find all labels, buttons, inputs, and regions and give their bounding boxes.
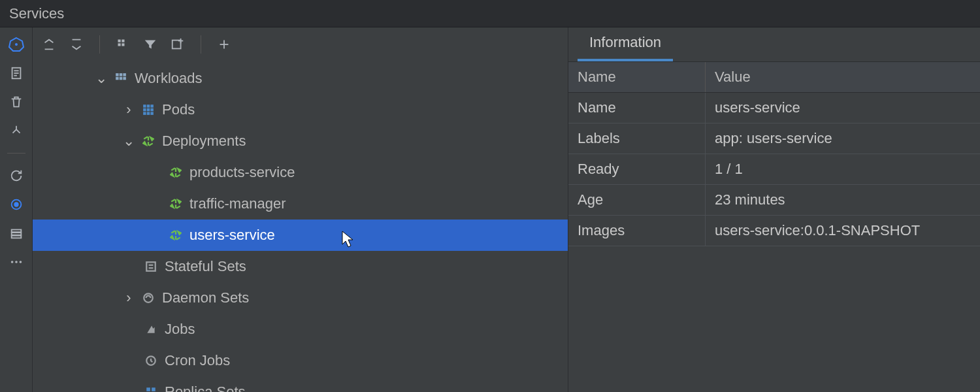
stateful-icon	[144, 261, 158, 272]
tree-item-traffic[interactable]: traffic-manager	[33, 188, 568, 220]
expand-all-icon[interactable]	[41, 36, 57, 53]
grid-icon[interactable]	[114, 36, 131, 53]
svg-rect-25	[123, 73, 126, 76]
svg-rect-33	[147, 108, 150, 112]
svg-marker-40	[178, 169, 181, 172]
add-icon[interactable]	[216, 36, 233, 53]
tab-label: Information	[589, 34, 661, 50]
chevron-down-icon: ⌄	[95, 70, 107, 87]
deployment-icon	[169, 167, 183, 178]
branch-icon[interactable]	[8, 123, 24, 139]
kubernetes-icon[interactable]	[8, 37, 24, 52]
tree-item-products[interactable]: products-service	[33, 157, 568, 188]
side-toolbar	[0, 27, 33, 392]
tree-node-pods[interactable]: › Pods	[33, 94, 568, 125]
table-header: Name Value	[568, 61, 980, 93]
cell-value: app: users-service	[706, 123, 980, 154]
svg-rect-31	[150, 105, 154, 108]
svg-marker-39	[143, 142, 146, 145]
tree-label: Replica Sets	[165, 384, 246, 392]
more-icon[interactable]	[8, 254, 24, 270]
new-tab-icon[interactable]	[169, 36, 186, 53]
table-row[interactable]: Age 23 minutes	[568, 185, 980, 216]
table-row[interactable]: Name users-service	[568, 93, 980, 123]
svg-point-7	[14, 203, 18, 206]
refresh-icon[interactable]	[8, 168, 24, 184]
tree-toolbar	[33, 27, 568, 61]
separator	[7, 153, 25, 154]
svg-marker-44	[178, 231, 181, 235]
filter-icon[interactable]	[142, 36, 159, 53]
svg-rect-27	[120, 77, 123, 80]
cell-name: Name	[568, 93, 706, 123]
svg-point-1	[15, 43, 18, 46]
tree-label: Workloads	[135, 70, 203, 87]
svg-rect-30	[147, 105, 150, 108]
svg-rect-9	[11, 233, 21, 235]
clock-icon	[144, 355, 158, 367]
deployment-icon	[169, 198, 183, 210]
svg-rect-23	[116, 73, 119, 76]
document-icon[interactable]	[8, 65, 24, 81]
tree-label: Cron Jobs	[165, 352, 230, 369]
tree-label: Daemon Sets	[162, 289, 249, 306]
chevron-right-icon: ›	[123, 289, 135, 306]
table-row[interactable]: Images users-service:0.0.1-SNAPSHOT	[568, 216, 980, 246]
svg-marker-43	[171, 204, 174, 208]
tree-panel: ⌄ Workloads › Pods ⌄ Deployments product…	[33, 27, 568, 392]
tree-label: traffic-manager	[189, 195, 286, 212]
cell-name: Age	[568, 185, 706, 215]
cell-value: users-service:0.0.1-SNAPSHOT	[706, 216, 980, 246]
tree-node-cron-jobs[interactable]: Cron Jobs	[33, 345, 568, 376]
svg-rect-52	[152, 387, 155, 391]
svg-rect-34	[150, 108, 154, 112]
toolbar-separator	[99, 35, 100, 54]
tree-label: Jobs	[165, 321, 195, 338]
pod-grid-icon	[141, 104, 155, 116]
toolbar-separator	[201, 35, 201, 54]
col-name: Name	[568, 62, 706, 92]
titlebar: Services	[0, 0, 980, 27]
tree-label: users-service	[189, 227, 275, 244]
database-icon[interactable]	[8, 225, 24, 241]
cell-name: Images	[568, 216, 706, 246]
svg-marker-42	[178, 200, 181, 203]
tree-label: products-service	[189, 164, 295, 181]
svg-rect-29	[143, 105, 146, 108]
svg-rect-37	[150, 112, 154, 115]
tree-label: Pods	[162, 101, 195, 118]
svg-rect-36	[147, 112, 150, 115]
table-row[interactable]: Labels app: users-service	[568, 123, 980, 154]
daemon-icon	[141, 292, 155, 304]
target-icon[interactable]	[8, 197, 24, 212]
tree-node-workloads[interactable]: ⌄ Workloads	[33, 63, 568, 94]
svg-rect-32	[143, 108, 146, 112]
tree-node-replica-sets[interactable]: Replica Sets	[33, 376, 568, 392]
svg-rect-26	[116, 77, 119, 80]
svg-rect-28	[123, 77, 126, 80]
svg-rect-16	[118, 43, 121, 46]
svg-rect-46	[146, 262, 155, 271]
table-row[interactable]: Ready 1 / 1	[568, 154, 980, 185]
info-panel: Information Name Value Name users-servic…	[568, 27, 980, 392]
tree-node-daemon-sets[interactable]: › Daemon Sets	[33, 282, 568, 314]
info-table: Name Value Name users-service Labels app…	[568, 61, 980, 246]
svg-marker-45	[171, 236, 174, 239]
svg-marker-38	[150, 137, 154, 140]
svg-rect-35	[143, 112, 146, 115]
svg-rect-18	[172, 41, 181, 49]
trash-icon[interactable]	[8, 94, 24, 110]
tree: ⌄ Workloads › Pods ⌄ Deployments product…	[33, 61, 568, 392]
tree-node-stateful-sets[interactable]: Stateful Sets	[33, 251, 568, 282]
tree-node-deployments[interactable]: ⌄ Deployments	[33, 125, 568, 157]
collapse-all-icon[interactable]	[68, 36, 85, 53]
cell-value: 1 / 1	[706, 154, 980, 184]
tree-node-jobs[interactable]: Jobs	[33, 314, 568, 345]
tab-information[interactable]: Information	[578, 27, 673, 61]
panel-title: Services	[9, 5, 64, 22]
cell-value: 23 minutes	[706, 185, 980, 215]
svg-rect-15	[122, 40, 124, 42]
svg-point-11	[10, 261, 13, 263]
tree-item-users-service[interactable]: users-service	[33, 220, 568, 251]
chevron-right-icon: ›	[123, 101, 135, 118]
